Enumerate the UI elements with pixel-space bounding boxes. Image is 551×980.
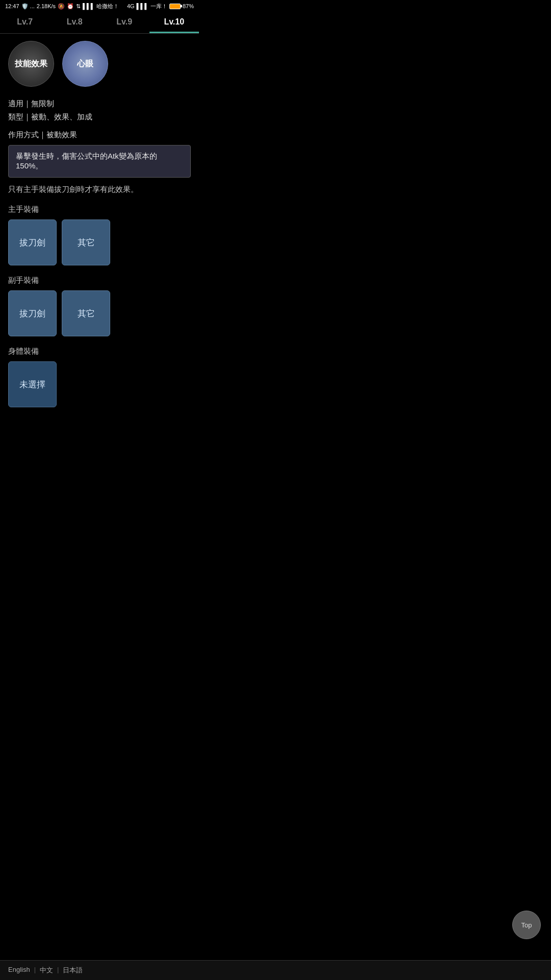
- main-hand-label: 主手裝備: [8, 205, 191, 214]
- status-left: 12:47 🛡️ ... 2.18K/s 🔕 ⏰ ⇅ ▌▌▌ 哈撒给！: [5, 3, 119, 10]
- alarm-icon: ⏰: [67, 3, 74, 10]
- off-hand-other-button[interactable]: 其它: [62, 290, 110, 336]
- signal2: ▌▌▌: [137, 3, 148, 9]
- carrier1: 哈撒给！: [96, 3, 119, 10]
- no-sound-icon: 🔕: [58, 3, 65, 10]
- body-unselected-button[interactable]: 未選擇: [8, 361, 57, 407]
- main-hand-other-button[interactable]: 其它: [62, 219, 110, 265]
- note-text: 只有主手裝備拔刀劍時才享有此效果。: [8, 185, 191, 194]
- type-line: 類型｜被動、效果、加成: [8, 110, 191, 124]
- body-label: 身體裝備: [8, 347, 191, 356]
- apply-line: 適用｜無限制: [8, 97, 191, 110]
- app-icons: 🛡️ ...: [21, 3, 35, 10]
- body-grid: 未選擇: [8, 361, 191, 407]
- highlight-box: 暴擊發生時，傷害公式中的Atk變為原本的150%。: [8, 145, 191, 178]
- status-right: 4G ▌▌▌ 一库！ 87%: [127, 3, 194, 10]
- action-line: 作用方式｜被動效果: [8, 130, 191, 140]
- off-hand-sword-button[interactable]: 拔刀劍: [8, 290, 57, 336]
- speed: 2.18K/s: [37, 3, 56, 9]
- battery-percent: 87%: [183, 3, 194, 9]
- tab-lv7[interactable]: Lv.7: [0, 12, 50, 33]
- off-hand-grid: 拔刀劍 其它: [8, 290, 191, 336]
- tab-lv10[interactable]: Lv.10: [149, 12, 199, 33]
- heart-eye-button[interactable]: 心眼: [62, 41, 108, 87]
- battery-icon: [169, 4, 181, 9]
- carrier2: 一库！: [151, 3, 167, 10]
- skill-circles: 技能效果 心眼: [8, 41, 191, 87]
- skill-effect-button[interactable]: 技能效果: [8, 41, 54, 87]
- main-hand-grid: 拔刀劍 其它: [8, 219, 191, 265]
- tab-lv9[interactable]: Lv.9: [99, 12, 149, 33]
- main-hand-sword-button[interactable]: 拔刀劍: [8, 219, 57, 265]
- sync-icon: ⇅: [76, 3, 81, 10]
- tab-lv8[interactable]: Lv.8: [50, 12, 100, 33]
- tab-bar: Lv.7 Lv.8 Lv.9 Lv.10: [0, 12, 199, 34]
- status-bar: 12:47 🛡️ ... 2.18K/s 🔕 ⏰ ⇅ ▌▌▌ 哈撒给！ 4G ▌…: [0, 0, 199, 12]
- time: 12:47: [5, 3, 19, 9]
- signal1: ▌▌▌: [83, 3, 94, 9]
- info-block: 適用｜無限制 類型｜被動、效果、加成: [8, 97, 191, 123]
- off-hand-label: 副手裝備: [8, 276, 191, 285]
- main-content: 技能效果 心眼 適用｜無限制 類型｜被動、效果、加成 作用方式｜被動效果 暴擊發…: [0, 34, 199, 425]
- network-type: 4G: [127, 3, 135, 9]
